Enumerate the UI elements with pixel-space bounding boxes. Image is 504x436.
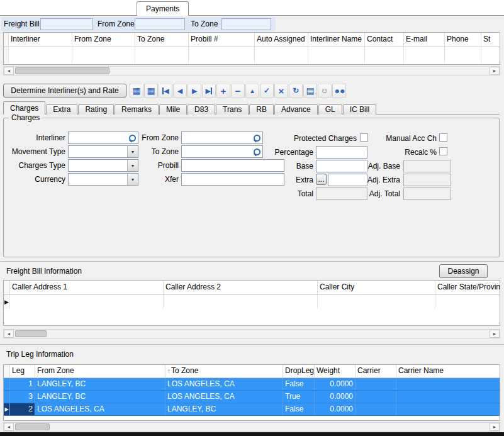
column-header-from-zone[interactable]: From Zone — [35, 365, 165, 377]
column-header-from-zone[interactable]: From Zone — [72, 33, 135, 47]
column-header-dropleg[interactable]: DropLeg — [283, 365, 315, 377]
tab-ic-bill[interactable]: IC Bill — [343, 104, 376, 115]
scrollbar-thumb[interactable] — [15, 423, 50, 430]
cell — [164, 295, 318, 309]
sort-ascending-icon: ↑ — [167, 367, 171, 374]
to-zone-field-label: To Zone — [135, 147, 179, 156]
table-row[interactable]: ▶ 2 LOS ANGELES, CA LANGLEY, BC False 0.… — [4, 403, 500, 416]
scroll-right-icon[interactable]: ► — [490, 67, 500, 75]
scrollbar-thumb[interactable] — [15, 67, 109, 74]
grid-calc-icon[interactable]: ▦ — [144, 84, 158, 98]
scroll-right-icon[interactable]: ► — [490, 423, 500, 431]
column-header-to-zone[interactable]: To Zone — [135, 33, 189, 47]
determine-interliner-button[interactable]: Determine Interliner(s) and Rate — [3, 84, 126, 98]
cell-carrier — [356, 403, 396, 415]
tab-rb[interactable]: RB — [249, 104, 274, 115]
nav-last-icon[interactable]: ▶ — [202, 84, 216, 98]
column-header-leg[interactable]: Leg — [10, 365, 35, 377]
cell-to-zone: LOS ANGELES, CA — [165, 391, 283, 403]
cell — [255, 47, 308, 64]
adj-total-label: Adj. Total — [356, 189, 400, 198]
currency-select[interactable]: ▼ — [68, 173, 138, 186]
scrollbar-thumb[interactable] — [15, 330, 47, 337]
payments-window: Payments Freight Bill From Zone To Zone … — [0, 0, 504, 436]
cell-dropleg: True — [283, 391, 315, 403]
grid-sheet-icon[interactable]: ▦ — [130, 84, 143, 98]
manual-acc-ch-checkbox[interactable] — [439, 133, 447, 142]
table-row[interactable]: ▶ — [4, 295, 500, 309]
detail-tabstrip: Charges Extra Rating Remarks Mile D83 Tr… — [3, 101, 377, 115]
row-selector-column — [4, 33, 9, 47]
scroll-left-icon[interactable]: ◄ — [4, 67, 14, 75]
column-header-carrier-name[interactable]: Carrier Name — [396, 365, 500, 377]
tab-gl[interactable]: GL — [318, 104, 342, 115]
column-header-auto-assigned[interactable]: Auto Assigned — [255, 33, 308, 47]
table-row[interactable] — [4, 47, 500, 64]
column-header-st[interactable]: St — [481, 33, 500, 47]
column-header-probill[interactable]: Probill # — [189, 33, 255, 47]
column-header-carrier[interactable]: Carrier — [356, 365, 396, 377]
nav-first-icon[interactable]: ◀ — [159, 84, 172, 98]
column-header-caller-address-1[interactable]: Caller Address 1 — [10, 281, 164, 294]
freight-bill-info-hscrollbar[interactable]: ◄ ► — [3, 329, 500, 338]
column-header-caller-address-2[interactable]: Caller Address 2 — [164, 281, 318, 294]
to-zone-input[interactable] — [221, 18, 271, 30]
insert-record-icon[interactable]: + — [216, 84, 230, 98]
tab-mile[interactable]: Mile — [159, 104, 187, 115]
column-header-caller-state[interactable]: Caller State/Provin — [435, 281, 500, 294]
from-zone-lookup-icon[interactable] — [254, 135, 260, 142]
from-zone-input[interactable] — [135, 18, 185, 30]
from-zone-field-label: From Zone — [135, 133, 179, 142]
column-header-weight[interactable]: Weight — [315, 365, 356, 377]
scroll-right-icon[interactable]: ► — [490, 330, 500, 338]
user-key-icon[interactable]: ☺ — [318, 84, 332, 98]
freight-bill-input[interactable] — [40, 18, 93, 30]
movement-type-select[interactable]: ▼ — [68, 145, 138, 158]
recalc-label: Recalc % — [356, 148, 437, 157]
nav-next-icon[interactable]: ▶ — [188, 84, 201, 98]
table-row[interactable]: 1 LANGLEY, BC LOS ANGELES, CA False 0.00… — [4, 378, 500, 391]
post-edit-icon[interactable]: ✓ — [260, 84, 274, 98]
tab-extra[interactable]: Extra — [46, 104, 77, 115]
refresh-icon[interactable]: ↻ — [289, 84, 303, 98]
column-header-phone[interactable]: Phone — [445, 33, 481, 47]
interliner-grid-hscrollbar[interactable]: ◄ ► — [3, 66, 500, 75]
tab-charges[interactable]: Charges — [3, 101, 45, 115]
post-all-icon[interactable]: ▤ — [303, 84, 317, 98]
recalc-checkbox[interactable] — [439, 147, 447, 155]
cancel-edit-icon[interactable]: × — [274, 84, 288, 98]
interliner-field[interactable] — [68, 131, 138, 144]
edit-record-icon[interactable]: ▲ — [245, 84, 259, 98]
xfer-label: Xfer — [135, 175, 179, 184]
tab-trans[interactable]: Trans — [216, 104, 249, 115]
trip-leg-hscrollbar[interactable]: ◄ ► — [3, 422, 500, 432]
row-selector-column — [4, 281, 10, 294]
users-icon[interactable]: ☻☻ — [332, 84, 346, 98]
scroll-left-icon[interactable]: ◄ — [4, 330, 14, 338]
tab-d83[interactable]: D83 — [188, 104, 215, 115]
cell — [10, 295, 164, 309]
charges-groupbox: Charges Interliner Movement Type ▼ Charg… — [3, 118, 500, 257]
column-header-contact[interactable]: Contact — [365, 33, 404, 47]
column-header-caller-city[interactable]: Caller City — [318, 281, 435, 294]
tab-payments[interactable]: Payments — [137, 1, 189, 16]
column-header-interliner[interactable]: Interliner — [9, 33, 72, 47]
percentage-label: Percentage — [255, 148, 313, 157]
column-header-email[interactable]: E-mail — [404, 33, 445, 47]
deassign-button[interactable]: Deassign — [439, 264, 488, 278]
column-header-interliner-name[interactable]: Interliner Name — [308, 33, 365, 47]
tab-remarks[interactable]: Remarks — [115, 104, 159, 115]
charges-group-title: Charges — [9, 113, 42, 122]
table-row[interactable]: 3 LANGLEY, BC LOS ANGELES, CA True 0.000… — [4, 391, 500, 403]
nav-prior-icon[interactable]: ◀ — [173, 84, 187, 98]
from-zone-field[interactable] — [181, 131, 263, 144]
extra-ellipsis-button[interactable]: ... — [316, 174, 327, 185]
column-header-to-zone[interactable]: ↑To Zone — [165, 365, 283, 377]
to-zone-field[interactable] — [181, 145, 263, 158]
cell-weight: 0.0000 — [315, 378, 356, 390]
scroll-left-icon[interactable]: ◄ — [4, 423, 14, 431]
charges-type-select[interactable]: ▼ — [68, 159, 138, 172]
tab-advance[interactable]: Advance — [274, 104, 318, 115]
tab-rating[interactable]: Rating — [78, 104, 114, 115]
delete-record-icon[interactable]: − — [231, 84, 245, 98]
